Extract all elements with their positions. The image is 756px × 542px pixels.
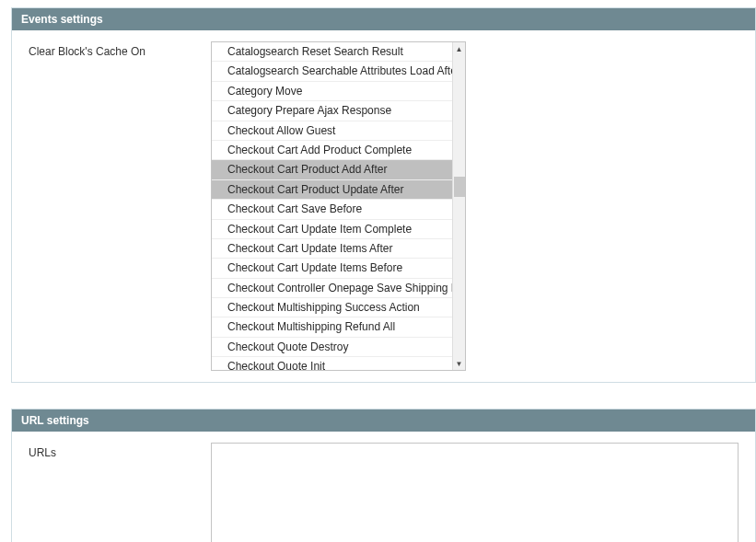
events-list-item[interactable]: Checkout Cart Update Item Complete bbox=[212, 220, 452, 239]
events-settings-section: Events settings Clear Block's Cache On C… bbox=[11, 7, 756, 383]
events-list-item[interactable]: Category Prepare Ajax Response bbox=[212, 101, 452, 121]
events-settings-header: Events settings bbox=[12, 8, 755, 30]
url-settings-section: URL settings URLs bbox=[11, 409, 756, 542]
events-list-item[interactable]: Catalogsearch Searchable Attributes Load… bbox=[212, 62, 452, 81]
events-list-item[interactable]: Checkout Cart Add Product Complete bbox=[212, 141, 452, 160]
clear-cache-label: Clear Block's Cache On bbox=[29, 41, 204, 58]
events-listbox[interactable]: Catalogsearch Reset Search ResultCatalog… bbox=[211, 41, 466, 371]
events-list-item[interactable]: Checkout Controller Onepage Save Shippin… bbox=[212, 279, 452, 298]
events-list-item[interactable]: Checkout Cart Product Update After bbox=[212, 180, 452, 200]
events-list-item[interactable]: Checkout Multishipping Refund All bbox=[212, 317, 452, 337]
events-list-item[interactable]: Checkout Cart Update Items Before bbox=[212, 259, 452, 278]
scroll-down-icon[interactable]: ▼ bbox=[453, 357, 465, 370]
events-list-item[interactable]: Checkout Multishipping Success Action bbox=[212, 298, 452, 317]
events-list-item[interactable]: Checkout Allow Guest bbox=[212, 121, 452, 141]
url-settings-header: URL settings bbox=[12, 409, 755, 432]
events-list-item[interactable]: Checkout Quote Init bbox=[212, 357, 452, 370]
events-list-item[interactable]: Checkout Cart Update Items After bbox=[212, 239, 452, 259]
scroll-thumb[interactable] bbox=[454, 177, 465, 197]
url-settings-title: URL settings bbox=[21, 414, 89, 427]
scroll-up-icon[interactable]: ▲ bbox=[453, 42, 465, 55]
urls-label: URLs bbox=[29, 443, 204, 459]
events-list-item[interactable]: Checkout Quote Destroy bbox=[212, 338, 452, 357]
events-settings-title: Events settings bbox=[21, 13, 103, 26]
events-list-item[interactable]: Checkout Cart Product Add After bbox=[212, 160, 452, 179]
events-scrollbar[interactable]: ▲ ▼ bbox=[452, 42, 465, 370]
events-list-item[interactable]: Category Move bbox=[212, 82, 452, 101]
events-listbox-inner: Catalogsearch Reset Search ResultCatalog… bbox=[212, 42, 452, 370]
events-list-item[interactable]: Catalogsearch Reset Search Result bbox=[212, 42, 452, 62]
events-list-item[interactable]: Checkout Cart Save Before bbox=[212, 200, 452, 219]
urls-textarea[interactable] bbox=[211, 443, 739, 542]
